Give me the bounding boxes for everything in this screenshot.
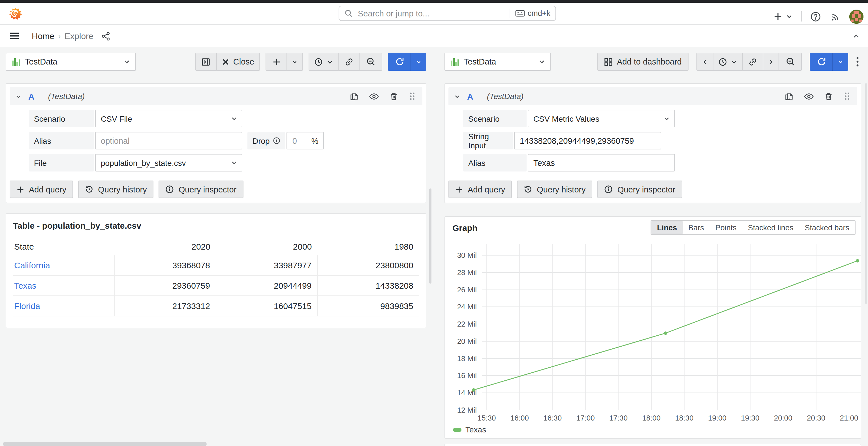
breadcrumb-current[interactable]: Explore (65, 31, 93, 41)
search-input[interactable] (357, 8, 509, 19)
chevron-down-icon (838, 59, 843, 65)
run-query-button[interactable] (388, 53, 410, 71)
grip-dots-icon (409, 92, 415, 101)
breadcrumb: Home › Explore (32, 31, 93, 41)
mode-bars[interactable]: Bars (683, 221, 710, 234)
scenario-select[interactable]: CSV Metric Values (528, 110, 675, 127)
mode-stacked-bars[interactable]: Stacked bars (799, 221, 855, 234)
left-query-editor-card: A (TestData) Scenario CSV File (6, 83, 426, 203)
news-button[interactable] (830, 10, 842, 23)
time-shift-back-button[interactable] (697, 53, 713, 70)
run-query-button[interactable] (810, 53, 832, 71)
file-label: File (29, 154, 94, 171)
user-avatar[interactable] (849, 9, 864, 24)
zoom-out-time-button[interactable] (779, 53, 801, 70)
duplicate-query-button[interactable] (784, 91, 795, 102)
right-query-row-header[interactable]: A (TestData) (448, 87, 857, 105)
cell-2000: 20944499 (216, 275, 318, 296)
query-inspector-button[interactable]: Query inspector (598, 181, 682, 198)
drag-query-handle[interactable] (408, 91, 417, 102)
state-link[interactable]: California (14, 260, 50, 270)
link-icon (345, 58, 353, 66)
state-link[interactable]: Florida (14, 301, 40, 311)
add-dropdown-button[interactable] (286, 53, 302, 70)
table-panel: Table - population_by_state.csv State 20… (6, 213, 426, 328)
collapse-query-icon[interactable] (15, 93, 22, 99)
drop-percent-input[interactable] (292, 136, 306, 145)
horizontal-scrollbar-thumb[interactable] (3, 442, 207, 446)
time-shift-forward-button[interactable] (763, 53, 779, 70)
remove-query-button[interactable] (389, 91, 399, 102)
share-icon (101, 31, 111, 40)
svg-text:16:30: 16:30 (543, 414, 562, 422)
zoom-out-time-button[interactable] (359, 53, 382, 70)
column-header-2020[interactable]: 2020 (115, 238, 216, 255)
graph-panel-title: Graph (453, 223, 477, 233)
left-query-actions: Add query Query history Query inspector (10, 181, 423, 198)
scenario-select[interactable]: CSV File (95, 110, 242, 127)
top-bar-actions (772, 6, 864, 27)
mode-points[interactable]: Points (710, 221, 742, 234)
column-header-2000[interactable]: 2000 (216, 238, 318, 255)
query-history-button[interactable]: Query history (517, 181, 592, 198)
run-query-interval-button[interactable] (410, 53, 426, 71)
share-shortcut-button[interactable] (100, 30, 112, 41)
run-query-interval-button[interactable] (832, 53, 848, 71)
legend-swatch (453, 427, 461, 432)
chevron-right-icon (768, 59, 773, 65)
alias-input[interactable] (101, 136, 237, 145)
legend-series-label[interactable]: Texas (465, 425, 486, 434)
history-icon (524, 185, 532, 194)
sync-timeranges-button[interactable] (742, 53, 763, 70)
add-button[interactable] (266, 53, 286, 70)
disable-query-button[interactable] (803, 91, 815, 102)
grafana-logo-icon[interactable] (8, 6, 23, 21)
add-query-button[interactable]: Add query (10, 181, 73, 198)
new-dropdown-button[interactable] (772, 11, 794, 22)
column-header-state[interactable]: State (13, 238, 115, 255)
line-chart[interactable]: 15:3016:0016:3017:0017:3018:0018:3019:00… (445, 217, 862, 439)
widen-pane-button[interactable] (196, 53, 216, 70)
alias-input[interactable] (533, 158, 669, 167)
chevron-down-icon (231, 160, 237, 166)
collapse-toolbar-button[interactable] (851, 31, 861, 41)
duplicate-query-button[interactable] (349, 91, 360, 102)
add-query-button[interactable]: Add query (448, 181, 512, 198)
drag-query-handle[interactable] (842, 91, 851, 102)
sync-timeranges-button[interactable] (338, 53, 359, 70)
mode-stacked-lines[interactable]: Stacked lines (742, 221, 799, 234)
scenario-row: Scenario CSV Metric Values (463, 110, 857, 127)
close-split-button[interactable]: Close (216, 53, 259, 70)
menu-toggle-button[interactable] (8, 31, 20, 41)
collapse-query-icon[interactable] (454, 93, 460, 99)
info-circle-icon (273, 137, 281, 144)
split-pane-resizer[interactable] (429, 189, 431, 284)
query-inspector-button[interactable]: Query inspector (159, 181, 244, 198)
disable-query-button[interactable] (368, 91, 380, 102)
help-button[interactable] (809, 10, 822, 23)
right-datasource-picker[interactable]: TestData (444, 53, 551, 71)
chevron-left-icon (702, 59, 708, 65)
breadcrumb-home[interactable]: Home (32, 31, 54, 41)
query-history-button[interactable]: Query history (78, 181, 153, 198)
vertical-scrollbar-thumb[interactable] (865, 83, 867, 304)
pane-menu-button[interactable] (854, 57, 861, 67)
left-split-close-group: Close (195, 53, 260, 71)
time-picker-button[interactable] (309, 53, 338, 70)
remove-query-button[interactable] (823, 91, 834, 102)
mode-lines[interactable]: Lines (651, 221, 683, 234)
file-select[interactable]: population_by_state.csv (95, 154, 242, 171)
svg-text:18:00: 18:00 (642, 414, 660, 422)
left-datasource-picker[interactable]: TestData (6, 53, 136, 71)
string-input[interactable] (520, 136, 656, 145)
left-add-group (266, 53, 303, 71)
time-picker-button[interactable] (713, 53, 742, 70)
dashboard-grid-icon (604, 58, 612, 66)
column-header-1980[interactable]: 1980 (318, 238, 419, 255)
top-bar: cmd+k (0, 3, 868, 25)
add-to-dashboard-button[interactable]: Add to dashboard (597, 53, 688, 71)
state-link[interactable]: Texas (14, 281, 36, 290)
chevron-down-icon (731, 59, 737, 65)
string-input-wrap (514, 132, 661, 150)
left-query-row-header[interactable]: A (TestData) (10, 87, 423, 105)
